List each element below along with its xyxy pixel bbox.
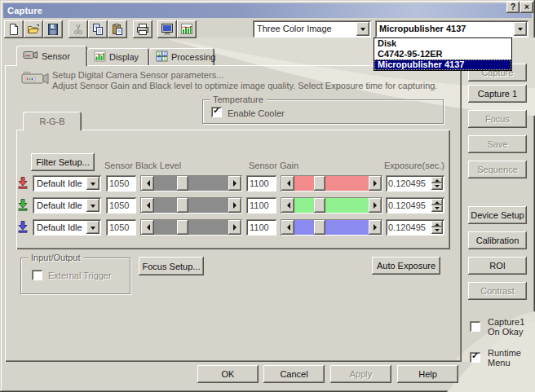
image-type-combo-value[interactable]: Three Color Image bbox=[253, 20, 355, 37]
dropdown-item-disk[interactable]: Disk bbox=[374, 38, 511, 49]
paste-button[interactable] bbox=[108, 20, 127, 38]
slider-right-arrow[interactable] bbox=[228, 198, 241, 213]
slider-thumb[interactable] bbox=[314, 220, 325, 235]
green-exposure-spinner: 0.120495 bbox=[386, 197, 444, 214]
spin-up-button[interactable] bbox=[431, 199, 443, 205]
auto-exposure-button[interactable]: Auto Exposure bbox=[372, 257, 440, 275]
save-button[interactable] bbox=[43, 20, 63, 38]
red-exposure-value[interactable]: 0.120495 bbox=[386, 175, 431, 192]
device-setup-button[interactable]: Device Setup bbox=[468, 206, 527, 224]
green-gain-input[interactable]: 1100 bbox=[246, 197, 276, 214]
red-mode-arrow[interactable] bbox=[86, 177, 99, 190]
slider-track[interactable] bbox=[294, 176, 369, 191]
spin-up-button[interactable] bbox=[431, 221, 443, 227]
red-black-level-input[interactable]: 1050 bbox=[106, 175, 136, 192]
io-group: Input/Output ✓ External Trigger bbox=[20, 258, 130, 294]
slider-left-arrow[interactable] bbox=[141, 198, 154, 213]
filter-setup-button[interactable]: Filter Setup... bbox=[31, 153, 95, 171]
green-black-level-input[interactable]: 1050 bbox=[106, 197, 136, 214]
help-button[interactable]: ? bbox=[506, 2, 520, 13]
enable-cooler-checkbox[interactable]: ✓ bbox=[211, 107, 222, 117]
capture1-button[interactable]: Capture 1 bbox=[468, 85, 527, 103]
slider-thumb[interactable] bbox=[177, 198, 188, 213]
display-histogram-icon bbox=[94, 51, 106, 64]
external-trigger-checkbox[interactable]: ✓ bbox=[32, 270, 42, 280]
blue-black-level-input[interactable]: 1050 bbox=[106, 219, 136, 236]
slider-right-arrow[interactable] bbox=[228, 176, 241, 191]
red-exposure-spinner: 0.120495 bbox=[386, 175, 444, 192]
open-icon bbox=[27, 23, 40, 36]
tab-rgb[interactable]: R-G-B bbox=[23, 112, 82, 130]
green-exposure-value[interactable]: 0.120495 bbox=[386, 197, 431, 214]
blue-mode-arrow[interactable] bbox=[86, 221, 99, 234]
slider-left-arrow[interactable] bbox=[281, 198, 294, 213]
copy-button[interactable] bbox=[88, 20, 108, 38]
focus-setup-button[interactable]: Focus Setup... bbox=[139, 257, 204, 275]
roi-button[interactable]: ROI bbox=[468, 257, 527, 275]
copy-icon bbox=[91, 23, 104, 36]
blue-gain-input[interactable]: 1100 bbox=[246, 219, 276, 236]
open-button[interactable] bbox=[24, 20, 43, 38]
slider-left-arrow[interactable] bbox=[281, 176, 294, 191]
slider-thumb[interactable] bbox=[314, 198, 325, 213]
slider-right-arrow[interactable] bbox=[369, 220, 382, 235]
print-icon bbox=[136, 23, 149, 36]
slider-track[interactable] bbox=[154, 220, 228, 235]
spin-down-button[interactable] bbox=[431, 183, 443, 190]
svg-text:0: 0 bbox=[164, 51, 166, 56]
calibration-button[interactable]: Calibration bbox=[468, 231, 527, 249]
slider-left-arrow[interactable] bbox=[141, 176, 154, 191]
ok-button[interactable]: OK bbox=[197, 365, 259, 383]
dropdown-item-c4742[interactable]: C4742-95-12ER bbox=[374, 49, 511, 59]
capture1-on-okay-checkbox[interactable]: ✓ bbox=[470, 321, 480, 332]
external-trigger-label: External Trigger bbox=[48, 271, 112, 280]
focus-button[interactable]: Focus bbox=[468, 110, 527, 128]
contrast-button[interactable]: Contrast bbox=[468, 282, 527, 300]
enable-cooler-label: Enable Cooler bbox=[228, 108, 285, 118]
new-button[interactable] bbox=[4, 20, 24, 38]
spin-down-button[interactable] bbox=[431, 205, 443, 212]
red-gain-input[interactable]: 1100 bbox=[246, 175, 276, 192]
slider-thumb[interactable] bbox=[177, 176, 188, 191]
sequence-button[interactable]: Sequence bbox=[468, 161, 527, 178]
slider-left-arrow[interactable] bbox=[141, 220, 154, 235]
spin-up-button[interactable] bbox=[431, 177, 443, 183]
apply-button[interactable]: Apply bbox=[330, 365, 391, 383]
blue-exposure-value[interactable]: 0.120495 bbox=[386, 219, 431, 236]
histogram-button[interactable] bbox=[177, 20, 197, 38]
slider-thumb[interactable] bbox=[177, 220, 188, 235]
tab-processing[interactable]: 1001 Processing bbox=[149, 48, 214, 66]
dropdown-item-micropublisher[interactable]: Micropublisher 4137 bbox=[374, 59, 511, 70]
tab-sensor[interactable]: Sensor bbox=[16, 46, 87, 66]
cut-button[interactable] bbox=[69, 20, 88, 38]
blue-black-level-slider bbox=[140, 219, 242, 236]
spin-down-button[interactable] bbox=[431, 227, 443, 234]
runtime-menu-checkbox[interactable]: ✓ bbox=[470, 352, 480, 363]
slider-track[interactable] bbox=[154, 198, 228, 213]
green-mode-value[interactable]: Default Idle bbox=[33, 197, 85, 214]
slider-right-arrow[interactable] bbox=[369, 198, 382, 213]
print-button[interactable] bbox=[133, 20, 153, 38]
slider-right-arrow[interactable] bbox=[369, 176, 382, 191]
slider-thumb[interactable] bbox=[314, 176, 325, 191]
save-image-button[interactable]: Save bbox=[468, 135, 527, 153]
digital-camera-icon bbox=[21, 70, 49, 88]
cancel-button[interactable]: Cancel bbox=[263, 365, 325, 383]
camera-combo-arrow[interactable] bbox=[514, 22, 527, 36]
red-mode-value[interactable]: Default Idle bbox=[33, 175, 85, 192]
slider-track[interactable] bbox=[294, 198, 369, 213]
camera-combo-value[interactable]: Micropublisher 4137 bbox=[375, 20, 512, 37]
image-type-combo-arrow[interactable] bbox=[356, 22, 369, 36]
preview-button[interactable] bbox=[157, 20, 177, 38]
close-button[interactable]: × bbox=[520, 2, 533, 13]
blue-mode-value[interactable]: Default Idle bbox=[33, 219, 85, 236]
tab-display[interactable]: Display bbox=[87, 48, 149, 66]
help-button-bottom[interactable]: Help bbox=[397, 365, 458, 383]
description-line2: Adjust Sensor Gain and Black level to op… bbox=[52, 81, 437, 90]
slider-track[interactable] bbox=[154, 176, 228, 191]
slider-track[interactable] bbox=[294, 220, 369, 235]
slider-right-arrow[interactable] bbox=[228, 220, 241, 235]
slider-left-arrow[interactable] bbox=[281, 220, 294, 235]
green-mode-arrow[interactable] bbox=[86, 199, 99, 212]
green-gain-slider bbox=[281, 197, 382, 214]
